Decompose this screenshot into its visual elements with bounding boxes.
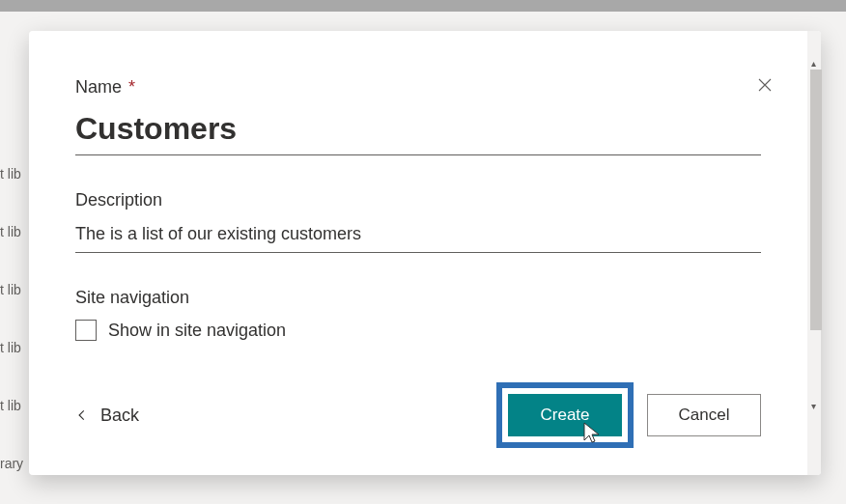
cancel-button[interactable]: Cancel xyxy=(647,394,761,436)
description-field-block: Description xyxy=(75,190,761,253)
site-navigation-section: Site navigation Show in site navigation xyxy=(75,288,761,341)
back-button[interactable]: Back xyxy=(75,406,139,426)
create-list-modal: Name * Description Site navigation Show … xyxy=(29,31,821,475)
back-label: Back xyxy=(100,406,139,426)
modal-content: Name * Description Site navigation Show … xyxy=(29,31,807,475)
footer-right-buttons: Create Cancel xyxy=(496,382,761,448)
list-item: t lib xyxy=(0,319,23,377)
description-input[interactable] xyxy=(75,218,761,253)
scrollbar-thumb[interactable] xyxy=(810,70,822,330)
chevron-left-icon xyxy=(75,408,89,422)
name-label: Name * xyxy=(75,77,761,98)
create-button[interactable]: Create xyxy=(508,394,622,436)
required-asterisk: * xyxy=(128,77,135,97)
list-item: rary xyxy=(0,434,23,492)
scroll-down-icon[interactable]: ▾ xyxy=(811,401,816,411)
list-item: t lib xyxy=(0,261,23,319)
list-item: t lib xyxy=(0,203,23,261)
create-highlight-box: Create xyxy=(496,382,634,448)
top-bar xyxy=(0,0,846,12)
show-in-nav-label: Show in site navigation xyxy=(108,321,286,341)
list-item: t lib xyxy=(0,145,23,203)
name-label-text: Name xyxy=(75,77,122,97)
name-input[interactable] xyxy=(75,105,761,155)
show-in-nav-row: Show in site navigation xyxy=(75,320,761,341)
close-icon xyxy=(756,76,774,94)
description-label: Description xyxy=(75,190,761,210)
show-in-nav-checkbox[interactable] xyxy=(75,320,97,341)
scrollbar-track[interactable]: ▴ ▾ xyxy=(807,31,821,475)
list-item: t lib xyxy=(0,377,23,434)
site-navigation-heading: Site navigation xyxy=(75,288,761,308)
scroll-up-icon[interactable]: ▴ xyxy=(811,58,816,69)
modal-footer: Back Create Cancel xyxy=(75,382,761,448)
name-field-block: Name * xyxy=(75,77,761,155)
background-list: t lib t lib t lib t lib t lib rary xyxy=(0,145,23,492)
close-button[interactable] xyxy=(751,71,778,98)
